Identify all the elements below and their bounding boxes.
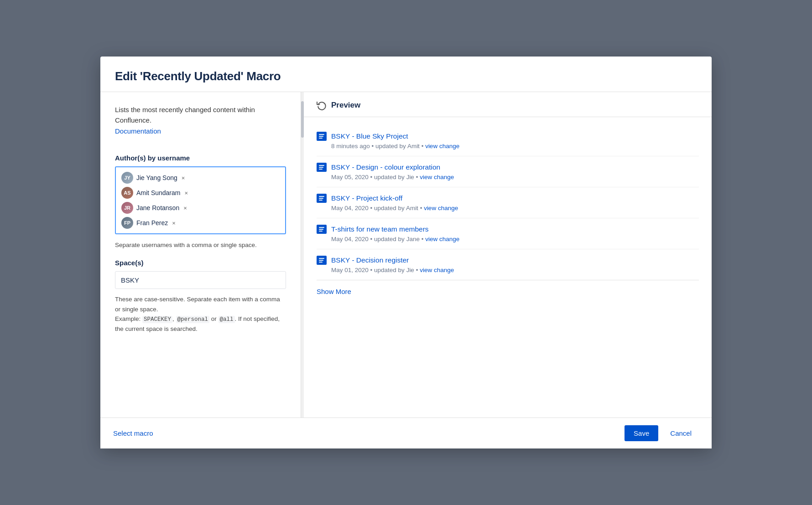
dialog: Edit 'Recently Updated' Macro Lists the … (100, 57, 712, 448)
item-title-row: BSKY - Decision register (317, 256, 699, 265)
author-tag-jane: JR Jane Rotanson × (121, 202, 280, 214)
code-spacekey: SPACEKEY (142, 316, 172, 323)
author-tag-jie: JY Jie Yang Song × (121, 172, 280, 184)
item-meta-1: May 05, 2020 • updated by Jie • view cha… (317, 174, 699, 180)
avatar-fran: FP (121, 217, 133, 229)
dialog-header: Edit 'Recently Updated' Macro (100, 57, 712, 92)
item-bullet-2: • (420, 205, 424, 211)
item-updated-prefix-2: • updated by (370, 205, 406, 211)
authors-label: Author(s) by username (115, 154, 286, 162)
remove-jane-button[interactable]: × (183, 205, 187, 211)
preview-header: Preview (304, 92, 712, 117)
dialog-title: Edit 'Recently Updated' Macro (115, 69, 697, 83)
item-bullet-4: • (416, 267, 420, 273)
avatar-amit: AS (121, 187, 133, 199)
view-change-link-1[interactable]: view change (420, 174, 454, 180)
code-personal: @personal (176, 316, 210, 323)
description-text: Lists the most recently changed content … (115, 105, 286, 125)
list-item: BSKY - Design - colour exploration May 0… (317, 156, 699, 187)
case-hint: These are case-sensitive. Separate each … (115, 294, 286, 334)
item-bullet-0: • (422, 143, 425, 149)
item-updated-by-1: Jie (406, 174, 414, 180)
remove-fran-button[interactable]: × (172, 220, 176, 227)
item-title-row: BSKY - Blue Sky Project (317, 132, 699, 141)
item-updated-prefix-3: • updated by (370, 236, 406, 242)
item-bullet-1: • (416, 174, 420, 180)
page-icon (317, 163, 327, 172)
avatar-jie: JY (121, 172, 133, 184)
documentation-link[interactable]: Documentation (115, 127, 286, 135)
item-meta-3: May 04, 2020 • updated by Jane • view ch… (317, 236, 699, 242)
item-meta-4: May 01, 2020 • updated by Jie • view cha… (317, 267, 699, 273)
item-updated-prefix-4: • updated by (370, 267, 406, 273)
item-title-4[interactable]: BSKY - Decision register (331, 256, 409, 264)
spaces-label: Space(s) (115, 259, 286, 267)
left-panel: Lists the most recently changed content … (100, 92, 301, 417)
item-bullet-3: • (422, 236, 425, 242)
preview-content: BSKY - Blue Sky Project 8 minutes ago • … (304, 117, 712, 417)
item-time-0: 8 minutes ago (331, 143, 370, 149)
overlay: Edit 'Recently Updated' Macro Lists the … (0, 0, 812, 505)
item-updated-by-2: Amit (406, 205, 418, 211)
list-item: T-shirts for new team members May 04, 20… (317, 218, 699, 249)
spaces-input[interactable] (115, 271, 286, 289)
view-change-link-3[interactable]: view change (425, 236, 459, 242)
author-name-amit: Amit Sundaram (136, 189, 180, 196)
item-meta-0: 8 minutes ago • updated by Amit • view c… (317, 143, 699, 149)
page-icon (317, 132, 327, 141)
scrollbar-thumb[interactable] (301, 101, 304, 138)
author-name-jane: Jane Rotanson (136, 204, 179, 211)
case-hint-example-prefix: Example: (115, 315, 142, 322)
remove-amit-button[interactable]: × (184, 190, 188, 196)
item-title-row: BSKY - Project kick-off (317, 194, 699, 203)
authors-box: JY Jie Yang Song × AS Amit Sundaram × JR… (115, 166, 286, 234)
item-updated-prefix-1: • updated by (370, 174, 406, 180)
scrollbar-divider (301, 92, 304, 417)
list-item: BSKY - Project kick-off May 04, 2020 • u… (317, 187, 699, 218)
list-item: BSKY - Decision register May 01, 2020 • … (317, 249, 699, 280)
view-change-link-4[interactable]: view change (420, 267, 454, 273)
refresh-icon (317, 100, 327, 110)
item-title-row: BSKY - Design - colour exploration (317, 163, 699, 172)
author-name-jie: Jie Yang Song (136, 174, 177, 181)
preview-title: Preview (331, 101, 360, 110)
avatar-jane: JR (121, 202, 133, 214)
cancel-button[interactable]: Cancel (663, 425, 699, 441)
item-meta-2: May 04, 2020 • updated by Amit • view ch… (317, 205, 699, 211)
page-icon (317, 225, 327, 234)
item-time-4: May 01, 2020 (331, 267, 369, 273)
item-title-2[interactable]: BSKY - Project kick-off (331, 194, 402, 202)
view-change-link-2[interactable]: view change (424, 205, 458, 211)
show-more-link[interactable]: Show More (317, 288, 351, 295)
save-button[interactable]: Save (625, 425, 658, 441)
dialog-body: Lists the most recently changed content … (100, 92, 712, 417)
dialog-footer: Select macro Save Cancel (100, 417, 712, 448)
item-title-3[interactable]: T-shirts for new team members (331, 225, 429, 233)
item-time-2: May 04, 2020 (331, 205, 369, 211)
select-macro-link[interactable]: Select macro (113, 429, 153, 437)
remove-jie-button[interactable]: × (182, 175, 185, 181)
page-icon (317, 256, 327, 265)
author-name-fran: Fran Perez (136, 219, 168, 227)
author-tag-fran: FP Fran Perez × (121, 217, 280, 229)
item-updated-by-3: Jane (406, 236, 420, 242)
item-title-1[interactable]: BSKY - Design - colour exploration (331, 163, 440, 171)
footer-buttons: Save Cancel (625, 425, 699, 441)
view-change-link-0[interactable]: view change (425, 143, 459, 149)
page-icon (317, 194, 327, 203)
item-updated-prefix-0: • updated by (372, 143, 407, 149)
case-hint-line1: These are case-sensitive. Separate each … (115, 296, 280, 313)
case-hint-mid2: or (209, 315, 219, 322)
separator-hint: Separate usernames with a comma or singl… (115, 241, 286, 250)
item-updated-by-0: Amit (407, 143, 420, 149)
right-panel: Preview BS (304, 92, 712, 417)
item-title-row: T-shirts for new team members (317, 225, 699, 234)
item-updated-by-4: Jie (406, 267, 414, 273)
item-time-3: May 04, 2020 (331, 236, 369, 242)
list-item: BSKY - Blue Sky Project 8 minutes ago • … (317, 125, 699, 156)
case-hint-mid1: , (172, 315, 176, 322)
item-time-1: May 05, 2020 (331, 174, 369, 180)
author-tag-amit: AS Amit Sundaram × (121, 187, 280, 199)
item-title-0[interactable]: BSKY - Blue Sky Project (331, 132, 408, 140)
code-all: @all (219, 316, 235, 323)
